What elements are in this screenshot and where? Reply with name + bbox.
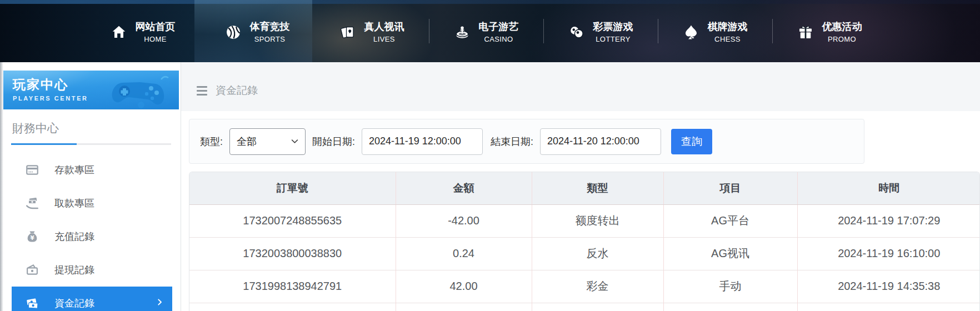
nav-item-lives[interactable]: 真人视讯LIVES <box>314 0 429 62</box>
table-cell: 反水 <box>532 237 663 270</box>
sidebar-item-label: 充值記錄 <box>54 230 94 243</box>
type-select[interactable]: 全部 <box>229 128 306 155</box>
nav-item-label-zh: 优惠活动 <box>822 21 862 33</box>
column-header: 訂單號 <box>189 172 396 204</box>
chevron-right-icon <box>156 298 164 309</box>
playing-cards-icon <box>339 24 356 41</box>
nav-item-label-en: LOTTERY <box>596 35 631 43</box>
breadcrumb: 資金記錄 <box>181 62 980 111</box>
nav-item-label-en: HOME <box>144 35 167 43</box>
money-bag-icon: ¥ <box>25 229 39 244</box>
players-center-header: 玩家中心 PLAYERS CENTER <box>3 71 179 109</box>
sidebar-item-hand-money[interactable]: 取款專區 <box>12 187 172 220</box>
table-cell: 彩金 <box>532 270 663 303</box>
sidebar-item-label: 取款專區 <box>54 197 94 210</box>
start-date-input[interactable] <box>362 128 483 155</box>
gift-icon <box>797 24 814 41</box>
nav-item-label-zh: 棋牌游戏 <box>708 21 748 33</box>
table-cell: 0.24 <box>396 237 532 270</box>
table-cell: 手动 <box>663 270 797 303</box>
table-cell: 2024-11-19 17:07:29 <box>797 204 980 237</box>
nav-item-label-zh: 网站首页 <box>136 21 176 33</box>
breadcrumb-label: 資金記錄 <box>216 83 258 98</box>
funds-record-table: 訂單號金額類型項目時間 1732007248855635-42.00额度转出AG… <box>189 172 980 311</box>
finance-center-section-title: 財務中心 <box>12 121 181 136</box>
nav-item-casino[interactable]: 电子游艺CASINO <box>429 0 543 62</box>
nav-item-label-en: PROMO <box>828 35 856 43</box>
table-cell <box>663 303 797 311</box>
table-row: 173199813894279142.00彩金手动2024-11-19 14:3… <box>189 270 980 303</box>
table-cell: 额度转出 <box>532 204 663 237</box>
sidebar-menu: 存款專區取款專區¥充值記錄提現記錄資金記錄 <box>12 153 172 311</box>
table-cell <box>396 303 532 311</box>
svg-text:¥: ¥ <box>30 234 34 241</box>
table-cell: -42.00 <box>396 204 532 237</box>
end-date-label: 結束日期: <box>491 135 533 148</box>
table-row: 17320038000388300.24反水AG视讯2024-11-19 16:… <box>189 237 980 270</box>
sidebar-item-banknotes[interactable]: 資金記錄 <box>12 287 172 311</box>
chevron-down-icon <box>291 138 298 145</box>
nav-item-label-en: LIVES <box>373 35 395 43</box>
sidebar-item-wallet[interactable]: 提現記錄 <box>12 253 172 287</box>
nav-item-home[interactable]: 网站首页HOME <box>86 0 200 62</box>
table-row <box>189 303 980 311</box>
nav-item-label-zh: 真人视讯 <box>364 21 404 33</box>
nav-item-label-en: CHESS <box>714 35 741 43</box>
filter-bar: 類型: 全部 開始日期: 結束日期: 查詢 <box>189 119 864 164</box>
main-content: 資金記錄 類型: 全部 開始日期: 結束日期: 查詢 訂單號金額類型 <box>181 62 980 311</box>
table-cell <box>797 303 980 311</box>
table-cell: AG平台 <box>663 204 797 237</box>
sports-ball-icon <box>225 24 242 41</box>
table-cell <box>189 303 396 311</box>
wallet-icon <box>25 263 39 277</box>
sidebar-item-money-bag[interactable]: ¥充值記錄 <box>12 220 172 253</box>
roulette-icon <box>454 24 471 41</box>
section-divider <box>11 143 171 145</box>
table-row: 1732007248855635-42.00额度转出AG平台2024-11-19… <box>189 204 980 237</box>
start-date-label: 開始日期: <box>312 135 355 148</box>
nav-item-label-en: CASINO <box>484 35 513 43</box>
sidebar-item-label: 存款專區 <box>54 163 94 177</box>
table-cell: 1732007248855635 <box>189 204 396 237</box>
menu-toggle-icon[interactable] <box>197 86 207 96</box>
table-cell: 1732003800038830 <box>189 237 396 270</box>
banknotes-icon <box>25 296 39 310</box>
lottery-balls-icon <box>568 24 585 41</box>
table-cell: 1731998138942791 <box>189 270 396 303</box>
sidebar-item-label: 資金記錄 <box>54 297 94 310</box>
table-cell: 2024-11-19 16:10:00 <box>797 237 980 270</box>
column-header: 金額 <box>396 172 532 204</box>
nav-item-label-en: SPORTS <box>254 35 286 43</box>
credit-card-icon <box>25 163 39 177</box>
column-header: 類型 <box>532 172 663 204</box>
column-header: 項目 <box>663 172 797 204</box>
nav-item-label-zh: 体育竞技 <box>250 21 290 33</box>
table-cell: 42.00 <box>396 270 532 303</box>
home-icon <box>111 24 127 41</box>
nav-item-label-zh: 彩票游戏 <box>593 21 633 33</box>
table-header-row: 訂單號金額類型項目時間 <box>189 172 980 204</box>
table-cell: 2024-11-19 14:35:38 <box>797 270 980 303</box>
spade-icon <box>683 24 699 41</box>
hand-money-icon <box>25 196 39 210</box>
search-button[interactable]: 查詢 <box>671 129 712 154</box>
table-cell: AG视讯 <box>663 237 797 270</box>
nav-item-label-zh: 电子游艺 <box>479 21 519 33</box>
column-header: 時間 <box>797 172 980 204</box>
players-center-subtitle: PLAYERS CENTER <box>13 95 179 102</box>
nav-item-chess[interactable]: 棋牌游戏CHESS <box>658 0 772 62</box>
nav-item-promo[interactable]: 优惠活动PROMO <box>772 0 887 62</box>
type-select-value: 全部 <box>237 135 257 148</box>
end-date-input[interactable] <box>540 128 661 155</box>
type-label: 類型: <box>200 135 223 148</box>
nav-items: 网站首页HOME体育竞技SPORTS真人视讯LIVES电子游艺CASINO彩票游… <box>86 0 887 62</box>
sidebar: 玩家中心 PLAYERS CENTER 財務中心 存款專區取款專區¥充值記錄提現… <box>0 62 181 311</box>
sidebar-item-credit-card[interactable]: 存款專區 <box>12 153 172 187</box>
sidebar-item-label: 提現記錄 <box>54 263 94 277</box>
main-nav: 网站首页HOME体育竞技SPORTS真人视讯LIVES电子游艺CASINO彩票游… <box>0 0 980 62</box>
players-center-title: 玩家中心 <box>13 76 179 93</box>
nav-item-lottery[interactable]: 彩票游戏LOTTERY <box>543 0 658 62</box>
table-cell <box>532 303 663 311</box>
nav-item-sports[interactable]: 体育竞技SPORTS <box>200 0 314 62</box>
